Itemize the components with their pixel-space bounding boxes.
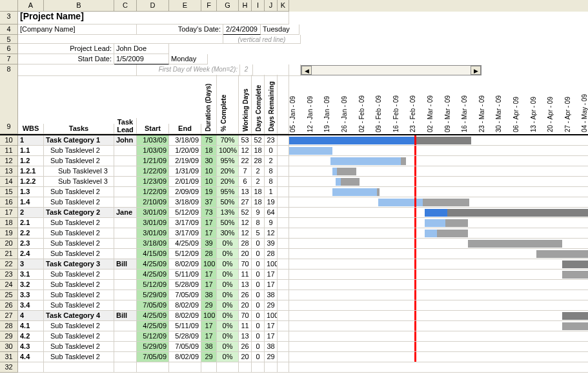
hdr-tasks[interactable]: Tasks	[44, 124, 114, 134]
cell-task[interactable]: Sub Tasklevel 3	[44, 166, 114, 177]
row-header-11[interactable]: 11	[0, 146, 18, 156]
cell-pct[interactable]: 20%	[217, 177, 239, 187]
cell-workdays[interactable]: 27	[239, 197, 252, 208]
cell-pct[interactable]: 0%	[217, 352, 239, 362]
gantt-cell[interactable]	[289, 156, 588, 166]
cell-daysremain[interactable]: 38	[265, 290, 278, 300]
cell-duration[interactable]: 10	[201, 166, 217, 177]
task-row[interactable]: 233.1Sub Tasklevel 24/25/095/11/09170%11…	[0, 270, 588, 280]
row-header-28[interactable]: 28	[0, 321, 18, 331]
cell-wbs[interactable]: 4.4	[18, 352, 44, 362]
col-header-E[interactable]: E	[169, 0, 201, 12]
cell-start[interactable]: 7/05/09	[137, 352, 169, 362]
cell-task[interactable]: Sub Tasklevel 2	[44, 187, 114, 197]
row-32[interactable]: 32	[0, 362, 588, 373]
cell-end[interactable]: 5/12/09	[169, 249, 201, 259]
col-header-B[interactable]: B	[44, 0, 114, 12]
cell-duration[interactable]: 29	[201, 300, 217, 311]
cell-wbs[interactable]: 1.1	[18, 146, 44, 156]
cell-lead[interactable]: John	[114, 135, 137, 146]
task-row[interactable]: 212.4Sub Tasklevel 24/15/095/12/09280%20…	[0, 249, 588, 259]
gantt-cell[interactable]	[289, 208, 588, 218]
task-row[interactable]: 111.1Sub Tasklevel 21/03/091/20/0918100%…	[0, 146, 588, 156]
col-header-K[interactable]: K	[278, 0, 289, 12]
task-row[interactable]: 243.2Sub Tasklevel 25/12/095/28/09170%13…	[0, 280, 588, 290]
cell-duration[interactable]: 73	[201, 208, 217, 218]
cell-workdays[interactable]: 22	[239, 156, 252, 166]
cell-daysremain[interactable]: 9	[265, 218, 278, 228]
row-header-30[interactable]: 30	[0, 342, 18, 352]
cell-lead[interactable]	[114, 239, 137, 249]
cell-daysremain[interactable]: 12	[265, 228, 278, 239]
cell-wbs[interactable]: 1.2.1	[18, 166, 44, 177]
start-value[interactable]: 1/5/2009	[114, 54, 169, 64]
gantt-cell[interactable]	[289, 259, 588, 270]
cell-lead[interactable]	[114, 342, 137, 352]
cell-lead[interactable]	[114, 197, 137, 208]
cell-daysremain[interactable]: 38	[265, 342, 278, 352]
cell-dayscomplete[interactable]: 0	[252, 259, 265, 270]
cell-daysremain[interactable]: 100	[265, 259, 278, 270]
row-header-31[interactable]: 31	[0, 352, 18, 362]
cell-lead[interactable]: Bill	[114, 311, 137, 321]
row-8[interactable]: 8 First Day of Week (Mon=2): 2 ◀ ▶	[0, 64, 588, 76]
cell-task[interactable]: Sub Tasklevel 2	[44, 146, 114, 156]
cell-lead[interactable]	[114, 146, 137, 156]
gantt-cell[interactable]	[289, 352, 588, 362]
row-header-6[interactable]: 6	[0, 44, 18, 54]
row-header-5[interactable]: 5	[0, 35, 18, 44]
cell-wbs[interactable]: 3	[18, 259, 44, 270]
cell-task[interactable]: Sub Tasklevel 2	[44, 197, 114, 208]
cell-dayscomplete[interactable]: 0	[252, 342, 265, 352]
cell-workdays[interactable]: 70	[239, 259, 252, 270]
col-header-F[interactable]: F	[201, 0, 217, 12]
cell-pct[interactable]: 0%	[217, 311, 239, 321]
cell-lead[interactable]	[114, 290, 137, 300]
cell-daysremain[interactable]: 23	[265, 135, 278, 146]
cell-daysremain[interactable]: 8	[265, 177, 278, 187]
cell-workdays[interactable]: 11	[239, 321, 252, 331]
cell-daysremain[interactable]: 8	[265, 166, 278, 177]
cell-wbs[interactable]: 4.1	[18, 321, 44, 331]
lead-value[interactable]: John Doe	[114, 44, 169, 54]
row-6[interactable]: 6 Project Lead: John Doe	[0, 44, 588, 54]
task-row[interactable]: 294.2Sub Tasklevel 25/12/095/28/09170%13…	[0, 331, 588, 342]
cell-daysremain[interactable]: 1	[265, 187, 278, 197]
cell-daysremain[interactable]: 2	[265, 156, 278, 166]
cell-wbs[interactable]: 2.4	[18, 249, 44, 259]
cell-duration[interactable]: 28	[201, 249, 217, 259]
cell-workdays[interactable]: 20	[239, 300, 252, 311]
cell-end[interactable]: 7/05/09	[169, 290, 201, 300]
cell-task[interactable]: Task Category 1	[44, 135, 114, 146]
col-header-H[interactable]: H	[239, 0, 252, 12]
col-header-G[interactable]: G	[217, 0, 239, 12]
cell-task[interactable]: Sub Tasklevel 2	[44, 321, 114, 331]
cell-pct[interactable]: 0%	[217, 259, 239, 270]
cell-daysremain[interactable]: 19	[265, 197, 278, 208]
cell-lead[interactable]: Bill	[114, 259, 137, 270]
cell-lead[interactable]	[114, 321, 137, 331]
task-row[interactable]: 172Task Category 2Jane3/01/095/12/097313…	[0, 208, 588, 218]
cell-start[interactable]: 1/22/09	[137, 187, 169, 197]
cell-dayscomplete[interactable]: 8	[252, 218, 265, 228]
cell-wbs[interactable]: 4.2	[18, 331, 44, 342]
cell-workdays[interactable]: 70	[239, 311, 252, 321]
cell-lead[interactable]	[114, 187, 137, 197]
cell-workdays[interactable]: 12	[239, 228, 252, 239]
scroll-track[interactable]	[312, 66, 471, 75]
cell-pct[interactable]: 70%	[217, 135, 239, 146]
cell-lead[interactable]	[114, 218, 137, 228]
cell-wbs[interactable]: 3.2	[18, 280, 44, 290]
gantt-cell[interactable]	[289, 146, 588, 156]
cell-end[interactable]: 5/11/09	[169, 270, 201, 280]
hdr-pct[interactable]: % Complete	[219, 75, 228, 133]
cell-start[interactable]: 3/18/09	[137, 239, 169, 249]
cell-duration[interactable]: 10	[201, 177, 217, 187]
cell-lead[interactable]	[114, 280, 137, 290]
col-header-A[interactable]: A	[18, 0, 44, 12]
cell-start[interactable]: 3/01/09	[137, 208, 169, 218]
task-row[interactable]: 192.2Sub Tasklevel 23/01/093/17/091730%1…	[0, 228, 588, 239]
row-header-22[interactable]: 22	[0, 259, 18, 270]
cell-workdays[interactable]: 12	[239, 146, 252, 156]
cell-pct[interactable]: 0%	[217, 280, 239, 290]
